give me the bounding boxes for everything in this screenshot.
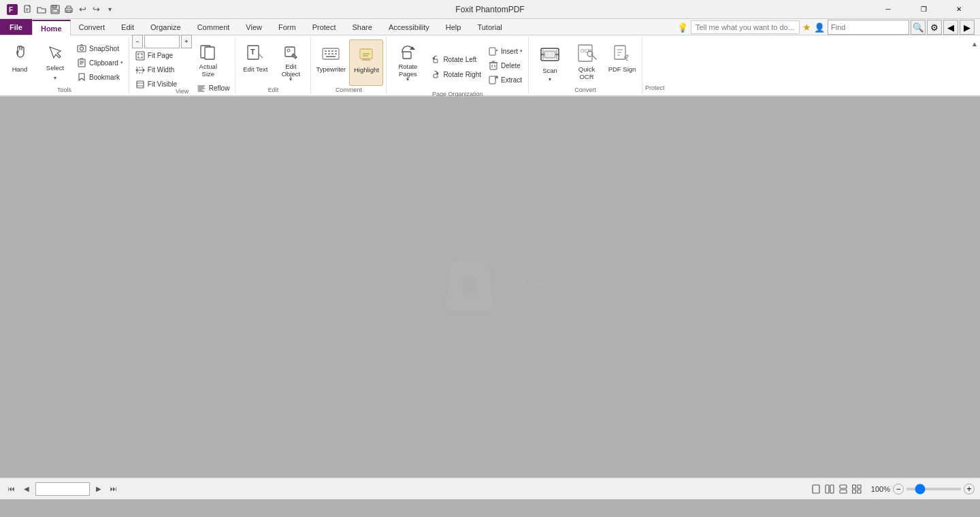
rotate-left-button[interactable]: Rotate Left: [427, 52, 484, 66]
hand-icon: [9, 42, 31, 64]
ribbon-scroll-up-button[interactable]: ▲: [969, 38, 980, 49]
snapshot-icon: [76, 43, 87, 54]
svg-rect-40: [544, 51, 555, 58]
delete-button[interactable]: Delete: [485, 59, 525, 72]
view-double-button[interactable]: [823, 483, 836, 495]
rotate-right-button[interactable]: Rotate Right: [427, 67, 484, 81]
search-prev-button[interactable]: ◀: [943, 20, 958, 35]
tools-group: Hand Select ▾: [0, 37, 129, 94]
extract-button[interactable]: Extract: [485, 73, 525, 87]
search-input[interactable]: [828, 20, 909, 35]
tab-form[interactable]: Form: [270, 19, 304, 35]
tab-file[interactable]: File: [0, 19, 32, 35]
tab-accessibility[interactable]: Accessibility: [380, 19, 438, 35]
nav-prev-button[interactable]: ◀: [20, 483, 33, 495]
tab-tutorial[interactable]: Tutorial: [469, 19, 510, 35]
close-button[interactable]: ✕: [943, 0, 975, 19]
redo-icon[interactable]: ↪: [90, 3, 102, 16]
open-icon[interactable]: [35, 3, 48, 16]
svg-rect-41: [578, 45, 592, 61]
delete-label: Delete: [501, 62, 521, 69]
nav-first-button[interactable]: ⏮: [5, 483, 18, 495]
undo-icon[interactable]: ↩: [76, 3, 88, 16]
restore-button[interactable]: ❐: [908, 0, 939, 19]
pdf-sign-button[interactable]: PDF Sign: [605, 40, 639, 86]
new-icon[interactable]: [22, 3, 34, 16]
svg-rect-25: [328, 53, 330, 54]
edit-object-dropdown[interactable]: ▾: [289, 76, 292, 82]
tab-convert[interactable]: Convert: [71, 19, 114, 35]
edit-text-icon: T: [244, 42, 266, 64]
scan-dropdown-arrow[interactable]: ▾: [549, 76, 551, 82]
ribbon-scroll-area: ▲: [969, 37, 980, 94]
bookmark-button[interactable]: Bookmark: [74, 70, 126, 84]
select-dropdown[interactable]: ▾: [54, 75, 56, 81]
zoom-controls-col: − + Fit Page Fit Width: [132, 40, 192, 86]
ask-bar-area: 💡 ★ 👤 🔍 ⚙ ◀ ▶: [677, 20, 980, 35]
actual-size-button[interactable]: Actual Size: [193, 41, 223, 80]
clipboard-button[interactable]: Clipboard ▾: [74, 56, 126, 69]
insert-button[interactable]: Insert ▾: [485, 44, 525, 58]
zoom-out-button[interactable]: −: [132, 35, 143, 48]
comment-group: Typewriter Highlight Comment: [311, 37, 387, 94]
tab-edit[interactable]: Edit: [113, 19, 142, 35]
nav-next-button[interactable]: ▶: [93, 483, 105, 495]
search-next-button[interactable]: ▶: [960, 20, 975, 35]
fit-page-button[interactable]: Fit Page: [132, 49, 192, 63]
typewriter-button[interactable]: Typewriter: [314, 40, 348, 86]
quick-ocr-button[interactable]: OCR Quick OCR: [570, 40, 604, 86]
zoom-input-group: − +: [132, 35, 192, 48]
svg-rect-21: [328, 50, 330, 52]
pdf-sign-icon: [611, 42, 633, 64]
print-icon[interactable]: [63, 3, 75, 16]
edit-text-button[interactable]: T Edit Text: [238, 40, 272, 86]
zoom-slider[interactable]: [906, 488, 961, 490]
tab-home[interactable]: Home: [32, 20, 71, 35]
clipboard-label: Clipboard: [89, 59, 118, 67]
search-settings-button[interactable]: ⚙: [927, 20, 942, 35]
view-scroll-button[interactable]: [837, 483, 849, 495]
svg-rect-5: [52, 10, 58, 12]
minimize-button[interactable]: ─: [872, 0, 904, 19]
rotate-pages-button[interactable]: Rotate Pages: [391, 42, 425, 76]
svg-rect-26: [331, 53, 333, 54]
tab-comment[interactable]: Comment: [189, 19, 238, 35]
zoom-in-button[interactable]: +: [181, 35, 192, 48]
rotate-pages-icon: [398, 44, 417, 61]
highlight-icon: [355, 43, 377, 65]
customize-quick-access-icon[interactable]: ▾: [103, 3, 116, 16]
zoom-input[interactable]: [144, 35, 180, 48]
tab-view[interactable]: View: [238, 19, 270, 35]
title-bar: F ↩ ↪ ▾ Foxit PhantomPDF ─ ❐ ✕: [0, 0, 980, 19]
tools-right-col: SnapShot Clipboard ▾ Bookmark: [74, 40, 126, 86]
tab-share[interactable]: Share: [344, 19, 380, 35]
tab-organize[interactable]: Organize: [142, 19, 189, 35]
nav-last-button[interactable]: ⏭: [108, 483, 120, 495]
save-icon[interactable]: [49, 3, 61, 16]
select-tool-button[interactable]: Select: [39, 42, 71, 76]
svg-rect-7: [67, 10, 71, 12]
svg-point-9: [80, 47, 84, 50]
view-single-button[interactable]: [810, 483, 822, 495]
view-two-page-button[interactable]: [851, 483, 863, 495]
svg-rect-28: [326, 56, 336, 57]
fit-width-button[interactable]: Fit Width: [132, 63, 192, 77]
hand-tool-button[interactable]: Hand: [3, 40, 37, 86]
edit-object-button[interactable]: Edit Object: [275, 42, 306, 76]
quick-ocr-label: Quick OCR: [571, 65, 602, 81]
page-input[interactable]: [35, 482, 90, 496]
page-org-group: Rotate Pages ▾ Rotate Left Rotate Right: [387, 37, 529, 94]
svg-rect-23: [335, 50, 337, 52]
tab-protect[interactable]: Protect: [304, 19, 344, 35]
ask-input[interactable]: [691, 20, 800, 34]
tab-help[interactable]: Help: [438, 19, 470, 35]
scan-button[interactable]: Scan: [533, 42, 567, 76]
actual-size-label: Actual Size: [195, 63, 222, 78]
highlight-button[interactable]: Highlight: [349, 40, 383, 86]
snapshot-button[interactable]: SnapShot: [74, 42, 126, 55]
clipboard-icon: [76, 57, 87, 68]
rotate-pages-dropdown-arrow[interactable]: ▾: [406, 76, 409, 82]
zoom-minus-button[interactable]: −: [893, 484, 904, 495]
zoom-plus-button[interactable]: +: [964, 484, 975, 495]
search-button[interactable]: 🔍: [911, 20, 926, 35]
